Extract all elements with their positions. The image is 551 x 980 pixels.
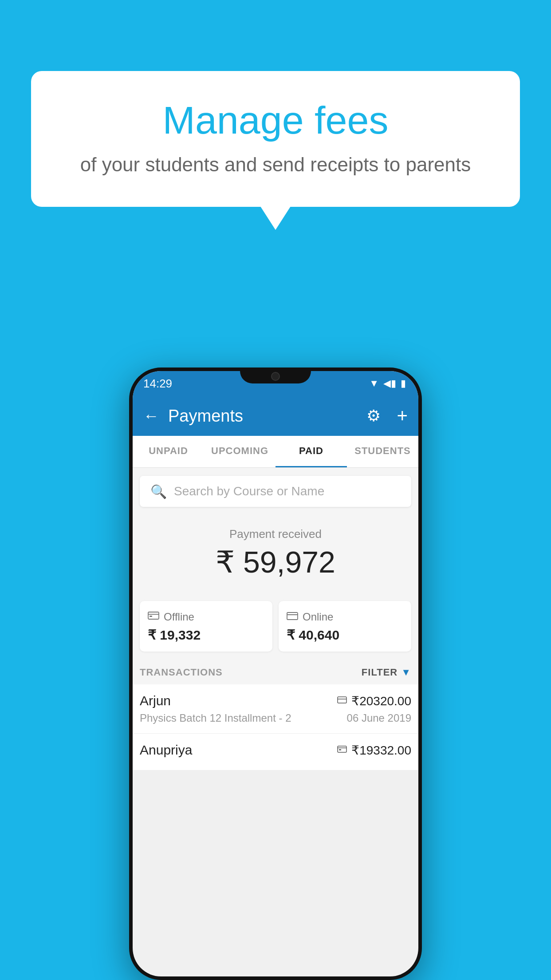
phone-camera [271, 372, 280, 381]
back-button[interactable]: ← [143, 407, 159, 425]
add-button[interactable]: + [397, 405, 408, 427]
app-bar-title: Payments [168, 407, 358, 426]
payment-total-amount: ₹ 59,972 [140, 545, 411, 580]
offline-payment-card: Offline ₹ 19,332 [140, 601, 272, 652]
svg-rect-2 [150, 616, 152, 617]
status-icons: ▼ ◀▮ ▮ [369, 378, 406, 389]
transaction-name: Arjun [140, 693, 171, 708]
transaction-desc: Physics Batch 12 Installment - 2 [140, 712, 291, 724]
transaction-amount-wrap: ₹19332.00 [337, 743, 411, 758]
speech-bubble-card: Manage fees of your students and send re… [31, 71, 520, 207]
payment-cards-row: Offline ₹ 19,332 Online ₹ 4 [133, 601, 418, 660]
payment-summary: Payment received ₹ 59,972 [133, 515, 418, 601]
transaction-item[interactable]: Anupriya ₹19332.00 [133, 734, 418, 771]
search-bar[interactable]: 🔍 Search by Course or Name [140, 476, 411, 507]
battery-icon: ▮ [401, 378, 406, 389]
transactions-list: Arjun ₹20320.00 Physics [133, 684, 418, 771]
search-icon: 🔍 [150, 484, 167, 499]
filter-label: FILTER [362, 667, 398, 678]
tab-unpaid[interactable]: UNPAID [133, 436, 204, 467]
online-label: Online [303, 611, 333, 623]
svg-rect-5 [338, 697, 346, 703]
signal-icon: ◀▮ [383, 378, 396, 389]
status-time: 14:29 [143, 377, 172, 391]
online-icon [287, 610, 298, 624]
transaction-name: Anupriya [140, 743, 192, 758]
search-container: 🔍 Search by Course or Name [133, 468, 418, 515]
tab-upcoming[interactable]: UPCOMING [204, 436, 276, 467]
payment-received-label: Payment received [140, 527, 411, 541]
online-card-header: Online [287, 610, 403, 624]
filter-icon: ▼ [401, 667, 411, 678]
phone-mockup: 14:29 ▼ ◀▮ ▮ ← Payments ⚙ + UNPAID [129, 368, 422, 980]
manage-fees-subtitle: of your students and send receipts to pa… [58, 154, 493, 176]
svg-rect-3 [287, 612, 298, 620]
transaction-amount: ₹19332.00 [351, 743, 411, 758]
phone-notch [240, 368, 311, 383]
offline-icon [148, 610, 159, 624]
svg-rect-0 [148, 612, 159, 619]
cash-small-icon [337, 744, 347, 756]
offline-label: Offline [164, 611, 194, 623]
transaction-amount-wrap: ₹20320.00 [337, 694, 411, 708]
phone-frame: 14:29 ▼ ◀▮ ▮ ← Payments ⚙ + UNPAID [129, 368, 422, 980]
app-bar: ← Payments ⚙ + [133, 396, 418, 436]
transaction-amount: ₹20320.00 [351, 694, 411, 708]
offline-card-header: Offline [148, 610, 264, 624]
wifi-icon: ▼ [369, 378, 379, 389]
transaction-item[interactable]: Arjun ₹20320.00 Physics [133, 684, 418, 734]
phone-screen: 14:29 ▼ ◀▮ ▮ ← Payments ⚙ + UNPAID [133, 371, 418, 976]
online-amount: ₹ 40,640 [287, 627, 403, 643]
filter-button[interactable]: FILTER ▼ [362, 667, 411, 678]
offline-amount: ₹ 19,332 [148, 627, 264, 643]
transactions-header: TRANSACTIONS FILTER ▼ [133, 660, 418, 684]
manage-fees-title: Manage fees [58, 98, 493, 143]
transaction-date: 06 June 2019 [347, 712, 411, 724]
tab-students[interactable]: STUDENTS [347, 436, 418, 467]
svg-rect-9 [339, 749, 341, 751]
online-payment-card: Online ₹ 40,640 [279, 601, 411, 652]
card-small-icon [337, 695, 347, 707]
settings-icon[interactable]: ⚙ [366, 407, 381, 425]
svg-rect-7 [338, 746, 346, 752]
search-input[interactable]: Search by Course or Name [174, 484, 324, 498]
tab-paid[interactable]: PAID [276, 436, 347, 467]
transactions-label: TRANSACTIONS [140, 667, 223, 678]
tabs-bar: UNPAID UPCOMING PAID STUDENTS [133, 436, 418, 468]
